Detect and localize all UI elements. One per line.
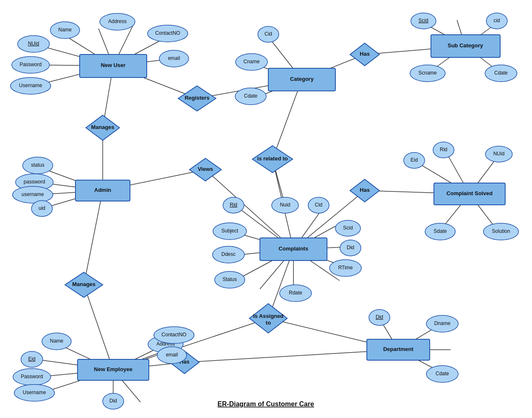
- attr-contactno-user-label: ContactNO: [155, 30, 180, 36]
- attr-dname-dept-label: Dname: [434, 320, 451, 326]
- attr-username-user-label: Username: [19, 83, 42, 88]
- attr-password-user-label: Password: [20, 62, 42, 67]
- relation-has2-label: Has: [360, 187, 370, 193]
- entity-admin-label: Admin: [94, 187, 112, 193]
- relation-views-label: Views: [198, 166, 213, 172]
- attr-scid-label: Scid: [418, 18, 428, 23]
- attr-nuid-cs-label: NUid: [493, 151, 505, 157]
- attr-username-emp-label: Username: [23, 390, 46, 395]
- attr-status-admin-label: status: [31, 162, 44, 168]
- attr-uid-admin-label: uid: [39, 205, 45, 211]
- attr-cid-subcat-label: cid: [493, 18, 500, 23]
- attr-name-emp-label: Name: [50, 338, 63, 344]
- entity-department-label: Department: [383, 346, 414, 352]
- attr-contactno-emp-label: ContactNO: [161, 332, 186, 338]
- relation-manages2-label: Manages: [72, 281, 96, 287]
- svg-line-18: [84, 191, 103, 285]
- attr-cname-cat-label: Cname: [244, 59, 260, 65]
- attr-eid-cs-label: Eid: [410, 157, 418, 163]
- relation-has1-label: Has: [360, 51, 370, 57]
- attr-rtime-comp-label: RTime: [338, 265, 353, 271]
- attr-did-comp-label: Did: [347, 245, 354, 250]
- entity-new-user-label: New User: [101, 62, 125, 68]
- relation-registers-label: Registers: [184, 95, 209, 101]
- attr-eid-emp-label: Eid: [28, 356, 35, 362]
- attr-rid-cs-label: Rid: [440, 147, 447, 152]
- attr-nuid-complaints-label: Nuid: [280, 202, 291, 208]
- attr-username-admin-label: username: [21, 191, 44, 197]
- attr-cdate-subcat-label: Cdate: [494, 70, 508, 76]
- attr-did-dept-label: Did: [376, 314, 383, 320]
- svg-line-30: [272, 80, 302, 159]
- attr-rid-comp-label: Rid: [230, 202, 237, 208]
- relation-is-assigned-to-label: Is Assigned: [253, 313, 284, 319]
- attr-email-emp-label: email: [166, 352, 178, 358]
- attr-cid-comp-label: Cid: [315, 202, 322, 208]
- attr-sdate-cs-label: Sdate: [433, 228, 447, 234]
- attr-cid-cat-label: Cid: [265, 31, 272, 37]
- relation-manages1-label: Manages: [91, 124, 114, 130]
- entity-new-employee-label: New Employee: [94, 366, 132, 372]
- attr-address-user-label: Address: [108, 18, 127, 24]
- attr-solution-cs-label: Solution: [492, 228, 510, 234]
- attr-scid-comp-label: Scid: [343, 225, 353, 231]
- relation-is-related-to-label: is related to: [257, 155, 288, 162]
- attr-rdate-comp-label: Rdate: [289, 290, 302, 296]
- attr-password-admin-label: password: [23, 179, 45, 185]
- attr-did-emp-label: Did: [109, 398, 117, 404]
- attr-email-user-label: email: [168, 55, 180, 61]
- svg-line-19: [84, 285, 113, 370]
- diagram-title: ER-Diagram of Customer Care: [218, 400, 314, 408]
- entity-sub-category-label: Sub Category: [448, 42, 483, 49]
- relation-is-assigned-to-label2: to: [266, 320, 271, 326]
- entity-complaint-solved-label: Complaint Solved: [446, 190, 493, 196]
- attr-status-comp-label: Status: [223, 276, 237, 282]
- attr-cdate-cat-label: Cdate: [244, 93, 257, 99]
- svg-line-54: [184, 350, 398, 362]
- entity-category-label: Category: [290, 76, 314, 82]
- attr-ddesc-comp-label: Ddesc: [221, 251, 236, 257]
- attr-password-emp-label: Password: [21, 374, 43, 379]
- attr-scname-label: Scname: [418, 70, 437, 76]
- entity-complaints-label: Complaints: [279, 245, 309, 252]
- attr-nuid-label: NUid: [28, 41, 39, 46]
- attr-name-user-label: Name: [58, 27, 72, 33]
- attr-subject-comp-label: Subject: [221, 228, 239, 234]
- attr-cdate-dept-label: Cdate: [436, 371, 449, 377]
